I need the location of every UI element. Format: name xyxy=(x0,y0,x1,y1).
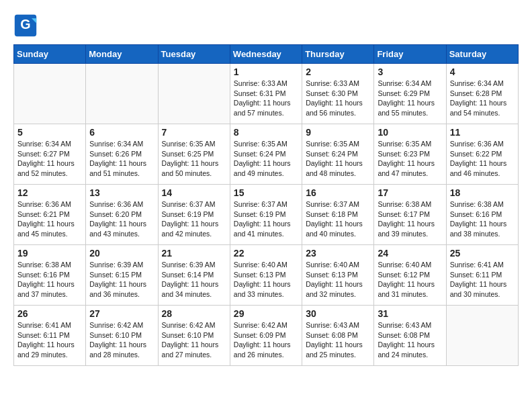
calendar-cell: 16Sunrise: 6:37 AMSunset: 6:18 PMDayligh… xyxy=(302,185,374,245)
cell-info: Sunrise: 6:33 AMSunset: 6:30 PMDaylight:… xyxy=(306,79,370,118)
cell-info: Sunrise: 6:40 AMSunset: 6:12 PMDaylight:… xyxy=(378,260,442,300)
day-number: 26 xyxy=(17,308,82,319)
cell-info: Sunrise: 6:43 AMSunset: 6:08 PMDaylight:… xyxy=(378,320,442,360)
day-number: 22 xyxy=(234,248,298,259)
day-header-friday: Friday xyxy=(374,45,446,64)
calendar-week-5: 26Sunrise: 6:41 AMSunset: 6:11 PMDayligh… xyxy=(14,306,519,366)
day-number: 4 xyxy=(450,66,515,77)
day-number: 24 xyxy=(378,248,442,259)
cell-info: Sunrise: 6:37 AMSunset: 6:18 PMDaylight:… xyxy=(306,199,370,239)
day-number: 13 xyxy=(89,187,154,198)
day-number: 31 xyxy=(378,308,442,319)
day-number: 25 xyxy=(450,248,515,259)
calendar-week-3: 12Sunrise: 6:36 AMSunset: 6:21 PMDayligh… xyxy=(14,185,519,245)
cell-info: Sunrise: 6:42 AMSunset: 6:10 PMDaylight:… xyxy=(162,320,226,360)
cell-info: Sunrise: 6:34 AMSunset: 6:28 PMDaylight:… xyxy=(450,79,515,118)
day-number: 19 xyxy=(17,248,82,259)
calendar-cell: 22Sunrise: 6:40 AMSunset: 6:13 PMDayligh… xyxy=(230,245,302,306)
calendar-week-4: 19Sunrise: 6:38 AMSunset: 6:16 PMDayligh… xyxy=(14,245,519,306)
cell-info: Sunrise: 6:34 AMSunset: 6:27 PMDaylight:… xyxy=(17,139,82,179)
day-number: 9 xyxy=(306,127,370,138)
day-number: 30 xyxy=(306,308,370,319)
cell-info: Sunrise: 6:37 AMSunset: 6:19 PMDaylight:… xyxy=(162,199,226,239)
calendar-cell: 15Sunrise: 6:37 AMSunset: 6:19 PMDayligh… xyxy=(230,185,302,245)
calendar-cell: 6Sunrise: 6:34 AMSunset: 6:26 PMDaylight… xyxy=(86,124,158,185)
calendar-cell: 12Sunrise: 6:36 AMSunset: 6:21 PMDayligh… xyxy=(14,185,86,245)
logo-icon: G xyxy=(13,13,38,38)
cell-info: Sunrise: 6:35 AMSunset: 6:24 PMDaylight:… xyxy=(234,139,298,179)
calendar-cell xyxy=(14,64,86,124)
day-number: 2 xyxy=(306,66,370,77)
calendar-cell: 27Sunrise: 6:42 AMSunset: 6:10 PMDayligh… xyxy=(86,306,158,366)
calendar-week-1: 1Sunrise: 6:33 AMSunset: 6:31 PMDaylight… xyxy=(14,64,519,124)
cell-info: Sunrise: 6:43 AMSunset: 6:08 PMDaylight:… xyxy=(306,320,370,360)
calendar-cell: 13Sunrise: 6:36 AMSunset: 6:20 PMDayligh… xyxy=(86,185,158,245)
calendar-cell: 2Sunrise: 6:33 AMSunset: 6:30 PMDaylight… xyxy=(302,64,374,124)
cell-info: Sunrise: 6:39 AMSunset: 6:14 PMDaylight:… xyxy=(162,260,226,300)
calendar-cell: 14Sunrise: 6:37 AMSunset: 6:19 PMDayligh… xyxy=(158,185,230,245)
calendar-cell: 30Sunrise: 6:43 AMSunset: 6:08 PMDayligh… xyxy=(302,306,374,366)
cell-info: Sunrise: 6:38 AMSunset: 6:17 PMDaylight:… xyxy=(378,199,442,239)
cell-info: Sunrise: 6:34 AMSunset: 6:29 PMDaylight:… xyxy=(378,79,442,118)
cell-info: Sunrise: 6:41 AMSunset: 6:11 PMDaylight:… xyxy=(450,260,515,300)
day-number: 28 xyxy=(162,308,226,319)
calendar-cell: 20Sunrise: 6:39 AMSunset: 6:15 PMDayligh… xyxy=(86,245,158,306)
day-number: 1 xyxy=(234,66,298,77)
days-header-row: SundayMondayTuesdayWednesdayThursdayFrid… xyxy=(14,45,519,64)
svg-text:G: G xyxy=(20,17,30,32)
day-number: 15 xyxy=(234,187,298,198)
calendar-cell: 29Sunrise: 6:42 AMSunset: 6:09 PMDayligh… xyxy=(230,306,302,366)
day-number: 16 xyxy=(306,187,370,198)
calendar-cell: 7Sunrise: 6:35 AMSunset: 6:25 PMDaylight… xyxy=(158,124,230,185)
calendar-cell: 10Sunrise: 6:35 AMSunset: 6:23 PMDayligh… xyxy=(374,124,446,185)
cell-info: Sunrise: 6:36 AMSunset: 6:22 PMDaylight:… xyxy=(450,139,515,179)
cell-info: Sunrise: 6:42 AMSunset: 6:09 PMDaylight:… xyxy=(234,320,298,360)
cell-info: Sunrise: 6:39 AMSunset: 6:15 PMDaylight:… xyxy=(89,260,154,300)
cell-info: Sunrise: 6:41 AMSunset: 6:11 PMDaylight:… xyxy=(17,320,82,360)
calendar-cell: 25Sunrise: 6:41 AMSunset: 6:11 PMDayligh… xyxy=(446,245,518,306)
cell-info: Sunrise: 6:38 AMSunset: 6:16 PMDaylight:… xyxy=(450,199,515,239)
cell-info: Sunrise: 6:40 AMSunset: 6:13 PMDaylight:… xyxy=(306,260,370,300)
day-number: 11 xyxy=(450,127,515,138)
day-number: 18 xyxy=(450,187,515,198)
calendar-cell: 24Sunrise: 6:40 AMSunset: 6:12 PMDayligh… xyxy=(374,245,446,306)
cell-info: Sunrise: 6:36 AMSunset: 6:20 PMDaylight:… xyxy=(89,199,154,239)
day-number: 23 xyxy=(306,248,370,259)
day-header-thursday: Thursday xyxy=(302,45,374,64)
day-number: 21 xyxy=(162,248,226,259)
calendar-cell: 1Sunrise: 6:33 AMSunset: 6:31 PMDaylight… xyxy=(230,64,302,124)
calendar-cell xyxy=(446,306,518,366)
day-number: 14 xyxy=(162,187,226,198)
calendar-cell: 4Sunrise: 6:34 AMSunset: 6:28 PMDaylight… xyxy=(446,64,518,124)
day-number: 5 xyxy=(17,127,82,138)
cell-info: Sunrise: 6:38 AMSunset: 6:16 PMDaylight:… xyxy=(17,260,82,300)
day-header-saturday: Saturday xyxy=(446,45,518,64)
day-header-tuesday: Tuesday xyxy=(158,45,230,64)
calendar-cell: 19Sunrise: 6:38 AMSunset: 6:16 PMDayligh… xyxy=(14,245,86,306)
cell-info: Sunrise: 6:33 AMSunset: 6:31 PMDaylight:… xyxy=(234,79,298,118)
cell-info: Sunrise: 6:35 AMSunset: 6:24 PMDaylight:… xyxy=(306,139,370,179)
day-header-sunday: Sunday xyxy=(14,45,86,64)
day-number: 27 xyxy=(89,308,154,319)
day-number: 3 xyxy=(378,66,442,77)
calendar-cell: 26Sunrise: 6:41 AMSunset: 6:11 PMDayligh… xyxy=(14,306,86,366)
day-number: 20 xyxy=(89,248,154,259)
cell-info: Sunrise: 6:40 AMSunset: 6:13 PMDaylight:… xyxy=(234,260,298,300)
cell-info: Sunrise: 6:36 AMSunset: 6:21 PMDaylight:… xyxy=(17,199,82,239)
cell-info: Sunrise: 6:35 AMSunset: 6:25 PMDaylight:… xyxy=(162,139,226,179)
calendar-cell: 21Sunrise: 6:39 AMSunset: 6:14 PMDayligh… xyxy=(158,245,230,306)
calendar-week-2: 5Sunrise: 6:34 AMSunset: 6:27 PMDaylight… xyxy=(14,124,519,185)
day-number: 7 xyxy=(162,127,226,138)
calendar-cell: 8Sunrise: 6:35 AMSunset: 6:24 PMDaylight… xyxy=(230,124,302,185)
cell-info: Sunrise: 6:42 AMSunset: 6:10 PMDaylight:… xyxy=(89,320,154,360)
calendar-cell: 11Sunrise: 6:36 AMSunset: 6:22 PMDayligh… xyxy=(446,124,518,185)
calendar-cell xyxy=(86,64,158,124)
cell-info: Sunrise: 6:37 AMSunset: 6:19 PMDaylight:… xyxy=(234,199,298,239)
logo: G xyxy=(13,13,40,38)
day-number: 12 xyxy=(17,187,82,198)
cell-info: Sunrise: 6:34 AMSunset: 6:26 PMDaylight:… xyxy=(89,139,154,179)
day-header-monday: Monday xyxy=(86,45,158,64)
calendar-cell: 9Sunrise: 6:35 AMSunset: 6:24 PMDaylight… xyxy=(302,124,374,185)
calendar-cell: 3Sunrise: 6:34 AMSunset: 6:29 PMDaylight… xyxy=(374,64,446,124)
day-number: 17 xyxy=(378,187,442,198)
